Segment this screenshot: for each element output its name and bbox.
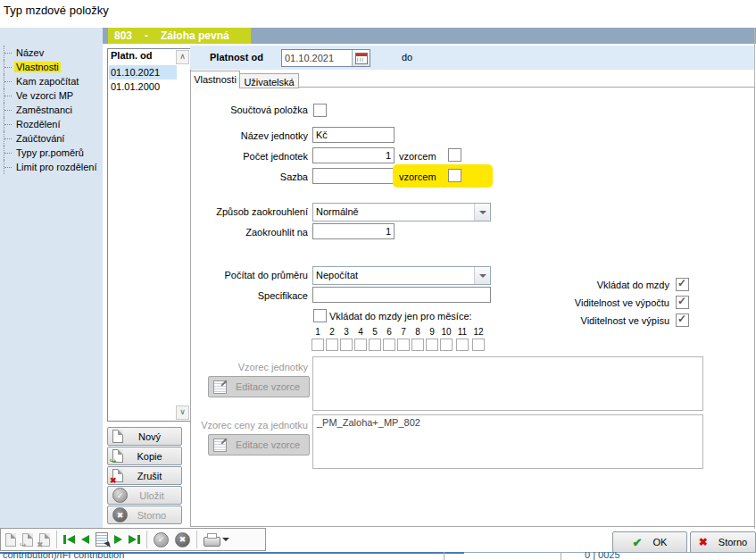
copy-button[interactable]: ↪ Kopie (107, 447, 182, 465)
round-to-input[interactable] (312, 223, 395, 239)
average-select[interactable]: Nepočítat (312, 266, 491, 285)
toolbar-separator (146, 531, 147, 548)
first-record-icon[interactable] (63, 535, 75, 544)
month-8-checkbox[interactable] (411, 339, 424, 351)
storno-button[interactable]: ✖ Storno (690, 531, 756, 553)
sidebar: Název Vlastnosti Kam započítat Ve vzorci… (0, 28, 103, 529)
sum-item-checkbox[interactable] (313, 104, 327, 117)
record-dash: - (145, 29, 148, 42)
chevron-down-icon[interactable] (474, 204, 490, 221)
rounding-method-value: Normálně (313, 204, 474, 221)
price-formula-textarea[interactable]: _PM_Zaloha+_MP_802 (312, 414, 703, 469)
months-only-label: Vkládat do mzdy jen pro měsíce: (329, 311, 472, 322)
sidebar-item-ve-vzorci-mp[interactable]: Ve vzorci MP (4, 88, 99, 103)
month-12-checkbox[interactable] (472, 339, 485, 351)
copy-page-icon[interactable]: ↪ (22, 533, 33, 547)
sidebar-tree: Název Vlastnosti Kam započítat Ve vzorci… (4, 46, 99, 174)
new-page-icon[interactable] (5, 533, 16, 547)
month-number: 12 (471, 327, 486, 338)
new-page-icon (112, 430, 123, 443)
flag-vkladat-do-mzdy-checkbox[interactable] (676, 278, 689, 291)
record-toolbar: ↪ ✖ ✓ ✖ (0, 528, 266, 551)
history-row[interactable]: 01.01.2000 (109, 79, 177, 94)
round-to-label: Zaokrouhlit na (172, 227, 308, 238)
grid-column-divider (444, 552, 444, 560)
scroll-up-arrow-icon[interactable]: ∧ (176, 50, 189, 64)
month-7-checkbox[interactable] (397, 339, 410, 351)
month-4-checkbox[interactable] (354, 339, 367, 351)
save-check-icon: ✓ (112, 488, 128, 503)
record-id: 803 (114, 29, 132, 42)
validity-band: Platnost od 01.10.2021 do (190, 46, 754, 70)
validity-from-label: Platnost od (210, 52, 263, 63)
month-6-checkbox[interactable] (383, 339, 395, 351)
month-number: 10 (439, 327, 453, 338)
edit-formula-icon (213, 439, 227, 452)
month-number: 9 (425, 327, 439, 338)
unit-formula-label: Vzorec jednotky (172, 362, 308, 372)
history-column-header: Platn. od (111, 50, 152, 61)
save-check-icon: ✓ (154, 532, 169, 547)
delete-page-icon: ✖ (112, 469, 123, 482)
specification-label: Specifikace (172, 290, 308, 301)
last-record-icon[interactable] (129, 535, 140, 544)
print-button[interactable] (204, 532, 229, 547)
price-formula-label: Vzorec ceny za jednotku (172, 420, 308, 430)
rounding-method-select[interactable]: Normálně (312, 203, 491, 221)
delete-page-icon[interactable]: ✖ (39, 533, 50, 547)
month-2-checkbox[interactable] (326, 339, 338, 351)
next-record-icon[interactable] (114, 535, 122, 544)
sidebar-item-limit-pro-rozdeleni[interactable]: Limit pro rozdělení (4, 160, 99, 174)
sidebar-item-kam-zapocitat[interactable]: Kam započítat (4, 74, 99, 88)
sidebar-item-typy-pr-pomeru[interactable]: Typy pr.poměrů (4, 146, 99, 160)
validity-to-label: do (402, 52, 412, 63)
tab-vlastnosti[interactable]: Vlastnosti (190, 71, 240, 88)
rate-formula-checkbox[interactable] (448, 169, 461, 182)
chevron-down-icon[interactable] (474, 267, 490, 284)
storno-x-icon: ✖ (699, 536, 708, 548)
month-number: 11 (455, 327, 469, 338)
months-only-checkbox[interactable] (313, 309, 327, 322)
unit-name-input[interactable] (312, 127, 395, 143)
print-dropdown-arrow-icon[interactable] (222, 538, 229, 541)
sidebar-item-rozdeleni[interactable]: Rozdělení (4, 117, 99, 131)
previous-record-icon[interactable] (81, 535, 89, 544)
unit-count-input[interactable] (312, 147, 395, 163)
flag-viditelnost-vypis-checkbox[interactable] (676, 313, 689, 327)
month-number: 4 (353, 327, 368, 338)
sidebar-item-nazev[interactable]: Název (4, 46, 99, 60)
cancel-x-icon: ✖ (112, 507, 128, 522)
status-right-text: 0 | 0025 (585, 552, 620, 560)
toolbar-separator (196, 531, 197, 548)
month-5-checkbox[interactable] (369, 339, 381, 351)
rate-input[interactable] (312, 168, 395, 184)
month-9-checkbox[interactable] (426, 339, 438, 351)
sidebar-item-vlastnosti[interactable]: Vlastnosti (4, 60, 99, 74)
month-3-checkbox[interactable] (340, 339, 353, 351)
month-11-checkbox[interactable] (456, 339, 469, 351)
specification-input[interactable] (312, 287, 491, 303)
flag-viditelnost-vypocet-checkbox[interactable] (676, 296, 689, 309)
delete-button[interactable]: ✖ Zrušit (107, 466, 182, 485)
save-button: ✓ Uložit (107, 486, 182, 505)
validity-from-date[interactable]: 01.10.2021 (281, 49, 370, 67)
record-list-icon[interactable] (96, 532, 108, 547)
new-button[interactable]: Nový (107, 427, 182, 446)
sidebar-item-zamestnanci[interactable]: Zaměstnanci (4, 103, 99, 117)
history-row[interactable]: 01.10.2021 (109, 65, 177, 79)
tab-uzivatelska[interactable]: Uživatelská (239, 73, 299, 88)
unit-count-formula-checkbox[interactable] (448, 148, 461, 162)
unit-formula-textarea[interactable] (312, 356, 703, 411)
sum-item-label: Součtová položka (172, 104, 308, 115)
ok-button[interactable]: ✔ OK (612, 531, 687, 553)
month-1-checkbox[interactable] (312, 339, 324, 351)
month-10-checkbox[interactable] (440, 339, 453, 351)
record-name: Záloha pevná (161, 29, 229, 42)
edit-formula-icon (213, 380, 227, 394)
average-label: Počítat do průměru (172, 270, 308, 280)
month-number: 5 (368, 327, 382, 338)
calendar-button[interactable] (352, 50, 370, 66)
month-number: 3 (339, 327, 353, 338)
sidebar-item-zauctovani[interactable]: Zaúčtování (4, 131, 99, 146)
scroll-down-arrow-icon[interactable]: ∨ (176, 405, 189, 420)
